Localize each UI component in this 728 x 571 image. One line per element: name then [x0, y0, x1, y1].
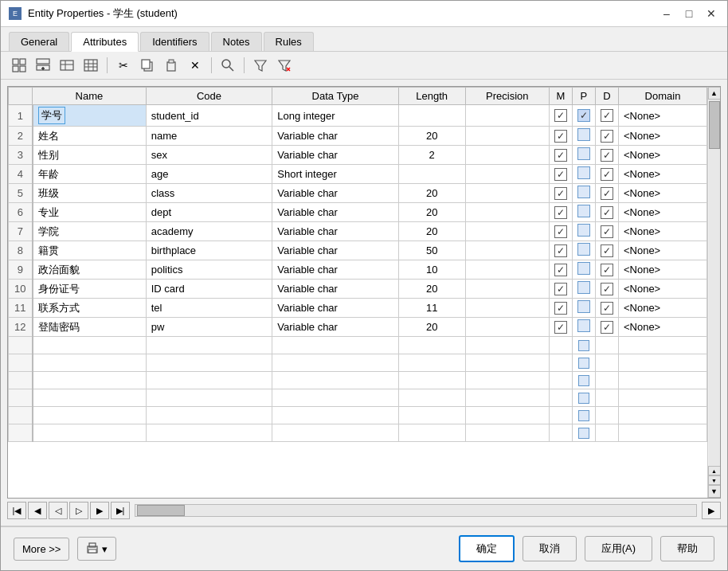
- code-cell[interactable]: tel: [146, 299, 272, 318]
- copy-button[interactable]: [137, 56, 158, 75]
- primary-checkbox[interactable]: [572, 165, 595, 184]
- length-cell[interactable]: 10: [398, 260, 465, 280]
- datatype-cell[interactable]: Variable char: [272, 299, 399, 318]
- datatype-cell[interactable]: Variable char: [272, 280, 399, 299]
- name-cell[interactable]: 登陆密码: [33, 318, 147, 337]
- nav-next-button[interactable]: ▶: [90, 502, 109, 519]
- mandatory-checkbox[interactable]: ✓: [549, 184, 572, 203]
- mandatory-checkbox[interactable]: ✓: [549, 260, 572, 280]
- table-scroll[interactable]: Name Code Data Type Length Precision M P…: [8, 87, 707, 498]
- datatype-cell[interactable]: Variable char: [272, 146, 399, 165]
- code-cell[interactable]: age: [146, 165, 272, 184]
- print-button[interactable]: ▾: [77, 537, 116, 561]
- display-checkbox[interactable]: ✓: [595, 105, 618, 127]
- mandatory-checkbox[interactable]: ✓: [549, 203, 572, 222]
- mandatory-checkbox[interactable]: ✓: [549, 127, 572, 146]
- nav-scroll-right[interactable]: ▶: [702, 502, 721, 519]
- tab-general[interactable]: General: [9, 32, 69, 51]
- primary-checkbox[interactable]: [572, 146, 595, 165]
- display-checkbox[interactable]: ✓: [595, 299, 618, 318]
- tab-identifiers[interactable]: Identifiers: [140, 32, 209, 51]
- precision-cell[interactable]: [465, 105, 549, 127]
- precision-cell[interactable]: [465, 280, 549, 299]
- name-cell[interactable]: 年龄: [33, 165, 147, 184]
- name-cell[interactable]: 班级: [33, 184, 147, 203]
- name-cell[interactable]: 联系方式: [33, 299, 147, 318]
- length-cell[interactable]: 20: [398, 184, 465, 203]
- precision-cell[interactable]: [465, 203, 549, 222]
- confirm-button[interactable]: 确定: [459, 535, 515, 562]
- apply-button[interactable]: 应用(A): [585, 536, 652, 561]
- precision-cell[interactable]: [465, 222, 549, 241]
- name-cell[interactable]: 学院: [33, 222, 147, 241]
- name-cell[interactable]: 性别: [33, 146, 147, 165]
- length-cell[interactable]: 50: [398, 241, 465, 260]
- datatype-cell[interactable]: Variable char: [272, 241, 399, 260]
- nav-next-small-button[interactable]: ▷: [69, 502, 88, 519]
- code-cell[interactable]: academy: [146, 222, 272, 241]
- display-checkbox[interactable]: ✓: [595, 127, 618, 146]
- insert-row-button[interactable]: [33, 56, 53, 75]
- mandatory-checkbox[interactable]: ✓: [549, 222, 572, 241]
- display-checkbox[interactable]: ✓: [595, 184, 618, 203]
- help-button[interactable]: 帮助: [660, 536, 714, 561]
- domain-cell[interactable]: <None>: [618, 105, 706, 127]
- length-cell[interactable]: 20: [398, 203, 465, 222]
- scroll-down-button[interactable]: ▼: [708, 485, 721, 498]
- nav-prev-small-button[interactable]: ◁: [49, 502, 68, 519]
- maximize-button[interactable]: □: [681, 6, 697, 22]
- mandatory-checkbox[interactable]: ✓: [549, 165, 572, 184]
- datatype-cell[interactable]: Long integer: [272, 105, 399, 127]
- table-row[interactable]: 5班级classVariable char20✓✓<None>: [9, 184, 707, 203]
- scroll-up-button[interactable]: ▲: [708, 87, 721, 100]
- display-checkbox[interactable]: ✓: [595, 280, 618, 299]
- delete-button[interactable]: ✕: [185, 56, 205, 75]
- scroll-page-up[interactable]: ▲: [708, 466, 721, 475]
- domain-cell[interactable]: <None>: [618, 222, 706, 241]
- code-cell[interactable]: name: [146, 127, 272, 146]
- length-cell[interactable]: [398, 165, 465, 184]
- horizontal-scrollbar[interactable]: [135, 504, 697, 517]
- code-cell[interactable]: ID card: [146, 280, 272, 299]
- table-row[interactable]: 4年龄ageShort integer✓✓<None>: [9, 165, 707, 184]
- table-row[interactable]: 7学院academyVariable char20✓✓<None>: [9, 222, 707, 241]
- cancel-button[interactable]: 取消: [523, 536, 577, 561]
- length-cell[interactable]: [398, 105, 465, 127]
- table-row[interactable]: 9政治面貌politicsVariable char10✓✓<None>: [9, 260, 707, 280]
- filter-button[interactable]: [250, 56, 271, 75]
- name-cell[interactable]: 身份证号: [33, 280, 147, 299]
- display-checkbox[interactable]: ✓: [595, 203, 618, 222]
- primary-checkbox[interactable]: ✓: [572, 105, 595, 127]
- precision-cell[interactable]: [465, 299, 549, 318]
- code-cell[interactable]: class: [146, 184, 272, 203]
- datatype-cell[interactable]: Variable char: [272, 318, 399, 337]
- name-cell[interactable]: 姓名: [33, 127, 147, 146]
- primary-checkbox[interactable]: [572, 241, 595, 260]
- length-cell[interactable]: 2: [398, 146, 465, 165]
- tab-attributes[interactable]: Attributes: [71, 32, 139, 52]
- mandatory-checkbox[interactable]: ✓: [549, 241, 572, 260]
- paste-button[interactable]: [161, 56, 182, 75]
- primary-checkbox[interactable]: [572, 203, 595, 222]
- name-cell[interactable]: 政治面貌: [33, 260, 147, 280]
- mandatory-checkbox[interactable]: ✓: [549, 299, 572, 318]
- name-cell[interactable]: 专业: [33, 203, 147, 222]
- datatype-cell[interactable]: Variable char: [272, 260, 399, 280]
- primary-checkbox[interactable]: [572, 184, 595, 203]
- more-button[interactable]: More >>: [14, 538, 69, 561]
- precision-cell[interactable]: [465, 127, 549, 146]
- length-cell[interactable]: 20: [398, 280, 465, 299]
- mandatory-checkbox[interactable]: ✓: [549, 146, 572, 165]
- datatype-cell[interactable]: Variable char: [272, 184, 399, 203]
- precision-cell[interactable]: [465, 260, 549, 280]
- length-cell[interactable]: 20: [398, 318, 465, 337]
- code-cell[interactable]: pw: [146, 318, 272, 337]
- table-row[interactable]: 1学号student_idLong integer✓✓✓<None>: [9, 105, 707, 127]
- table-row[interactable]: 6专业deptVariable char20✓✓<None>: [9, 203, 707, 222]
- code-cell[interactable]: sex: [146, 146, 272, 165]
- primary-checkbox[interactable]: [572, 280, 595, 299]
- h-scroll-thumb[interactable]: [137, 505, 185, 516]
- domain-cell[interactable]: <None>: [618, 318, 706, 337]
- display-checkbox[interactable]: ✓: [595, 241, 618, 260]
- length-cell[interactable]: 20: [398, 127, 465, 146]
